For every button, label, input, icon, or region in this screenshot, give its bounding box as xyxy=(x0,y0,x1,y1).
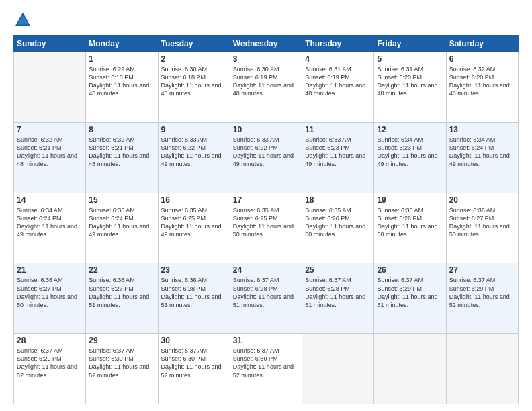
day-info: Sunrise: 6:37 AM Sunset: 6:30 PM Dayligh… xyxy=(89,347,154,379)
day-info: Sunrise: 6:34 AM Sunset: 6:24 PM Dayligh… xyxy=(17,206,83,239)
calendar-cell xyxy=(302,334,374,404)
calendar-cell: 1Sunrise: 6:29 AM Sunset: 6:18 PM Daylig… xyxy=(86,52,158,123)
calendar-cell: 18Sunrise: 6:35 AM Sunset: 6:26 PM Dayli… xyxy=(302,193,374,263)
day-info: Sunrise: 6:31 AM Sunset: 6:20 PM Dayligh… xyxy=(377,65,443,98)
calendar-cell: 31Sunrise: 6:37 AM Sunset: 6:30 PM Dayli… xyxy=(230,334,302,404)
calendar-cell: 26Sunrise: 6:37 AM Sunset: 6:29 PM Dayli… xyxy=(374,263,446,334)
day-info: Sunrise: 6:30 AM Sunset: 6:19 PM Dayligh… xyxy=(233,65,299,98)
logo xyxy=(13,11,35,30)
day-number: 17 xyxy=(233,195,299,205)
day-number: 2 xyxy=(161,54,227,64)
week-row-4: 21Sunrise: 6:36 AM Sunset: 6:27 PM Dayli… xyxy=(14,263,519,334)
day-number: 6 xyxy=(449,54,515,64)
day-info: Sunrise: 6:37 AM Sunset: 6:28 PM Dayligh… xyxy=(233,276,299,309)
calendar-cell: 16Sunrise: 6:35 AM Sunset: 6:25 PM Dayli… xyxy=(158,193,230,263)
calendar-cell: 13Sunrise: 6:34 AM Sunset: 6:24 PM Dayli… xyxy=(446,122,518,193)
day-info: Sunrise: 6:37 AM Sunset: 6:29 PM Dayligh… xyxy=(17,347,83,379)
day-number: 31 xyxy=(233,336,299,345)
day-info: Sunrise: 6:37 AM Sunset: 6:30 PM Dayligh… xyxy=(233,347,299,379)
day-info: Sunrise: 6:36 AM Sunset: 6:26 PM Dayligh… xyxy=(377,206,443,239)
calendar-cell xyxy=(446,334,518,404)
calendar-cell: 7Sunrise: 6:32 AM Sunset: 6:21 PM Daylig… xyxy=(14,122,86,193)
day-info: Sunrise: 6:35 AM Sunset: 6:25 PM Dayligh… xyxy=(161,206,227,239)
day-info: Sunrise: 6:30 AM Sunset: 6:18 PM Dayligh… xyxy=(161,65,227,98)
day-info: Sunrise: 6:32 AM Sunset: 6:21 PM Dayligh… xyxy=(17,136,83,169)
calendar-cell: 2Sunrise: 6:30 AM Sunset: 6:18 PM Daylig… xyxy=(158,52,230,123)
day-info: Sunrise: 6:36 AM Sunset: 6:27 PM Dayligh… xyxy=(17,276,83,309)
calendar-cell: 5Sunrise: 6:31 AM Sunset: 6:20 PM Daylig… xyxy=(374,52,446,123)
day-number: 24 xyxy=(233,265,299,275)
calendar-cell: 9Sunrise: 6:33 AM Sunset: 6:22 PM Daylig… xyxy=(158,122,230,193)
day-number: 18 xyxy=(305,195,371,205)
day-number: 26 xyxy=(377,265,443,275)
calendar-cell xyxy=(374,334,446,404)
calendar-cell: 17Sunrise: 6:35 AM Sunset: 6:25 PM Dayli… xyxy=(230,193,302,263)
day-info: Sunrise: 6:35 AM Sunset: 6:25 PM Dayligh… xyxy=(233,206,299,239)
calendar-cell: 23Sunrise: 6:36 AM Sunset: 6:28 PM Dayli… xyxy=(158,263,230,334)
day-number: 15 xyxy=(89,195,154,205)
day-info: Sunrise: 6:37 AM Sunset: 6:28 PM Dayligh… xyxy=(305,276,371,309)
calendar-cell: 29Sunrise: 6:37 AM Sunset: 6:30 PM Dayli… xyxy=(86,334,158,404)
day-number: 23 xyxy=(161,265,227,275)
day-number: 29 xyxy=(89,336,154,345)
calendar-cell: 8Sunrise: 6:32 AM Sunset: 6:21 PM Daylig… xyxy=(86,122,158,193)
week-row-2: 7Sunrise: 6:32 AM Sunset: 6:21 PM Daylig… xyxy=(14,122,519,193)
day-number: 22 xyxy=(89,265,154,275)
week-row-1: 1Sunrise: 6:29 AM Sunset: 6:18 PM Daylig… xyxy=(14,52,519,123)
calendar-cell: 11Sunrise: 6:33 AM Sunset: 6:23 PM Dayli… xyxy=(302,122,374,193)
day-info: Sunrise: 6:33 AM Sunset: 6:22 PM Dayligh… xyxy=(161,136,227,169)
day-info: Sunrise: 6:36 AM Sunset: 6:27 PM Dayligh… xyxy=(449,206,515,239)
weekday-header-monday: Monday xyxy=(86,36,158,52)
day-number: 21 xyxy=(17,265,83,275)
calendar-cell: 4Sunrise: 6:31 AM Sunset: 6:19 PM Daylig… xyxy=(302,52,374,123)
day-number: 9 xyxy=(161,125,227,134)
day-info: Sunrise: 6:37 AM Sunset: 6:29 PM Dayligh… xyxy=(449,276,515,309)
day-number: 5 xyxy=(377,54,443,64)
day-info: Sunrise: 6:33 AM Sunset: 6:23 PM Dayligh… xyxy=(305,136,371,169)
weekday-header-row: SundayMondayTuesdayWednesdayThursdayFrid… xyxy=(14,36,519,52)
day-number: 1 xyxy=(89,54,154,64)
day-number: 25 xyxy=(305,265,371,275)
page: SundayMondayTuesdayWednesdayThursdayFrid… xyxy=(0,0,532,411)
day-number: 27 xyxy=(449,265,515,275)
day-info: Sunrise: 6:34 AM Sunset: 6:24 PM Dayligh… xyxy=(449,136,515,169)
day-info: Sunrise: 6:36 AM Sunset: 6:28 PM Dayligh… xyxy=(161,276,227,309)
calendar-cell: 24Sunrise: 6:37 AM Sunset: 6:28 PM Dayli… xyxy=(230,263,302,334)
day-info: Sunrise: 6:36 AM Sunset: 6:27 PM Dayligh… xyxy=(89,276,154,309)
day-info: Sunrise: 6:33 AM Sunset: 6:22 PM Dayligh… xyxy=(233,136,299,169)
svg-marker-1 xyxy=(17,15,30,24)
day-info: Sunrise: 6:37 AM Sunset: 6:29 PM Dayligh… xyxy=(377,276,443,309)
day-number: 10 xyxy=(233,125,299,134)
day-info: Sunrise: 6:35 AM Sunset: 6:24 PM Dayligh… xyxy=(89,206,154,239)
day-info: Sunrise: 6:37 AM Sunset: 6:30 PM Dayligh… xyxy=(161,347,227,379)
weekday-header-saturday: Saturday xyxy=(446,36,518,52)
day-info: Sunrise: 6:32 AM Sunset: 6:20 PM Dayligh… xyxy=(449,65,515,98)
day-info: Sunrise: 6:34 AM Sunset: 6:23 PM Dayligh… xyxy=(377,136,443,169)
calendar-cell: 22Sunrise: 6:36 AM Sunset: 6:27 PM Dayli… xyxy=(86,263,158,334)
weekday-header-friday: Friday xyxy=(374,36,446,52)
calendar-cell: 3Sunrise: 6:30 AM Sunset: 6:19 PM Daylig… xyxy=(230,52,302,123)
calendar-cell: 6Sunrise: 6:32 AM Sunset: 6:20 PM Daylig… xyxy=(446,52,518,123)
calendar-cell: 30Sunrise: 6:37 AM Sunset: 6:30 PM Dayli… xyxy=(158,334,230,404)
calendar-cell: 12Sunrise: 6:34 AM Sunset: 6:23 PM Dayli… xyxy=(374,122,446,193)
day-number: 19 xyxy=(377,195,443,205)
calendar-cell xyxy=(14,52,86,123)
calendar-cell: 28Sunrise: 6:37 AM Sunset: 6:29 PM Dayli… xyxy=(14,334,86,404)
weekday-header-sunday: Sunday xyxy=(14,36,86,52)
day-number: 7 xyxy=(17,125,83,134)
day-number: 3 xyxy=(233,54,299,64)
header xyxy=(13,11,519,30)
calendar-cell: 10Sunrise: 6:33 AM Sunset: 6:22 PM Dayli… xyxy=(230,122,302,193)
day-number: 14 xyxy=(17,195,83,205)
calendar-cell: 15Sunrise: 6:35 AM Sunset: 6:24 PM Dayli… xyxy=(86,193,158,263)
day-number: 11 xyxy=(305,125,371,134)
weekday-header-tuesday: Tuesday xyxy=(158,36,230,52)
day-number: 8 xyxy=(89,125,154,134)
day-number: 4 xyxy=(305,54,371,64)
weekday-header-thursday: Thursday xyxy=(302,36,374,52)
calendar-cell: 20Sunrise: 6:36 AM Sunset: 6:27 PM Dayli… xyxy=(446,193,518,263)
week-row-5: 28Sunrise: 6:37 AM Sunset: 6:29 PM Dayli… xyxy=(14,334,519,404)
day-number: 13 xyxy=(449,125,515,134)
logo-icon xyxy=(13,11,32,30)
day-info: Sunrise: 6:35 AM Sunset: 6:26 PM Dayligh… xyxy=(305,206,371,239)
